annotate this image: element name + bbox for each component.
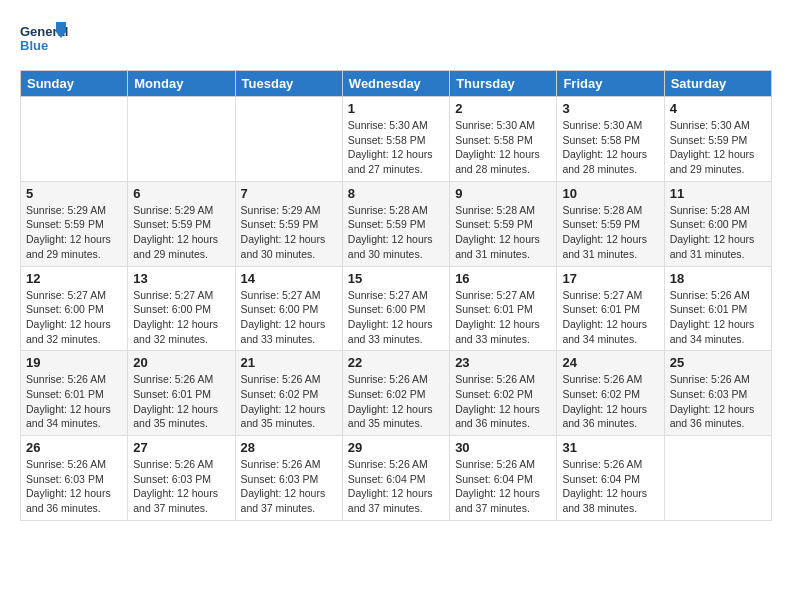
calendar-cell [128, 97, 235, 182]
day-info: Sunrise: 5:26 AMSunset: 6:01 PMDaylight:… [133, 372, 229, 431]
day-number: 1 [348, 101, 444, 116]
weekday-header-tuesday: Tuesday [235, 71, 342, 97]
weekday-header-monday: Monday [128, 71, 235, 97]
day-info: Sunrise: 5:26 AMSunset: 6:03 PMDaylight:… [670, 372, 766, 431]
day-info: Sunrise: 5:28 AMSunset: 5:59 PMDaylight:… [562, 203, 658, 262]
calendar-header: SundayMondayTuesdayWednesdayThursdayFrid… [21, 71, 772, 97]
weekday-header-saturday: Saturday [664, 71, 771, 97]
calendar-cell: 2Sunrise: 5:30 AMSunset: 5:58 PMDaylight… [450, 97, 557, 182]
calendar-cell: 14Sunrise: 5:27 AMSunset: 6:00 PMDayligh… [235, 266, 342, 351]
day-info: Sunrise: 5:26 AMSunset: 6:02 PMDaylight:… [241, 372, 337, 431]
day-number: 7 [241, 186, 337, 201]
calendar-cell: 11Sunrise: 5:28 AMSunset: 6:00 PMDayligh… [664, 181, 771, 266]
day-info: Sunrise: 5:28 AMSunset: 5:59 PMDaylight:… [348, 203, 444, 262]
day-number: 3 [562, 101, 658, 116]
calendar-cell: 23Sunrise: 5:26 AMSunset: 6:02 PMDayligh… [450, 351, 557, 436]
calendar-cell: 28Sunrise: 5:26 AMSunset: 6:03 PMDayligh… [235, 436, 342, 521]
calendar-cell: 30Sunrise: 5:26 AMSunset: 6:04 PMDayligh… [450, 436, 557, 521]
day-number: 15 [348, 271, 444, 286]
day-number: 24 [562, 355, 658, 370]
day-info: Sunrise: 5:29 AMSunset: 5:59 PMDaylight:… [133, 203, 229, 262]
calendar-week-row: 26Sunrise: 5:26 AMSunset: 6:03 PMDayligh… [21, 436, 772, 521]
day-info: Sunrise: 5:27 AMSunset: 6:01 PMDaylight:… [562, 288, 658, 347]
calendar-week-row: 1Sunrise: 5:30 AMSunset: 5:58 PMDaylight… [21, 97, 772, 182]
day-info: Sunrise: 5:28 AMSunset: 5:59 PMDaylight:… [455, 203, 551, 262]
calendar-cell: 18Sunrise: 5:26 AMSunset: 6:01 PMDayligh… [664, 266, 771, 351]
weekday-row: SundayMondayTuesdayWednesdayThursdayFrid… [21, 71, 772, 97]
day-number: 31 [562, 440, 658, 455]
weekday-header-thursday: Thursday [450, 71, 557, 97]
calendar-cell: 4Sunrise: 5:30 AMSunset: 5:59 PMDaylight… [664, 97, 771, 182]
calendar-cell: 9Sunrise: 5:28 AMSunset: 5:59 PMDaylight… [450, 181, 557, 266]
day-number: 14 [241, 271, 337, 286]
day-number: 20 [133, 355, 229, 370]
day-number: 26 [26, 440, 122, 455]
day-number: 6 [133, 186, 229, 201]
day-info: Sunrise: 5:30 AMSunset: 5:58 PMDaylight:… [348, 118, 444, 177]
calendar-cell: 19Sunrise: 5:26 AMSunset: 6:01 PMDayligh… [21, 351, 128, 436]
day-info: Sunrise: 5:26 AMSunset: 6:03 PMDaylight:… [241, 457, 337, 516]
day-number: 18 [670, 271, 766, 286]
day-info: Sunrise: 5:27 AMSunset: 6:00 PMDaylight:… [26, 288, 122, 347]
day-number: 16 [455, 271, 551, 286]
day-number: 9 [455, 186, 551, 201]
day-number: 10 [562, 186, 658, 201]
calendar-week-row: 5Sunrise: 5:29 AMSunset: 5:59 PMDaylight… [21, 181, 772, 266]
calendar-week-row: 19Sunrise: 5:26 AMSunset: 6:01 PMDayligh… [21, 351, 772, 436]
day-number: 27 [133, 440, 229, 455]
calendar-cell: 27Sunrise: 5:26 AMSunset: 6:03 PMDayligh… [128, 436, 235, 521]
weekday-header-wednesday: Wednesday [342, 71, 449, 97]
day-info: Sunrise: 5:26 AMSunset: 6:04 PMDaylight:… [562, 457, 658, 516]
day-info: Sunrise: 5:26 AMSunset: 6:02 PMDaylight:… [455, 372, 551, 431]
day-info: Sunrise: 5:30 AMSunset: 5:58 PMDaylight:… [455, 118, 551, 177]
day-info: Sunrise: 5:30 AMSunset: 5:59 PMDaylight:… [670, 118, 766, 177]
calendar-cell: 1Sunrise: 5:30 AMSunset: 5:58 PMDaylight… [342, 97, 449, 182]
day-number: 4 [670, 101, 766, 116]
day-number: 23 [455, 355, 551, 370]
calendar-cell: 29Sunrise: 5:26 AMSunset: 6:04 PMDayligh… [342, 436, 449, 521]
calendar-cell: 21Sunrise: 5:26 AMSunset: 6:02 PMDayligh… [235, 351, 342, 436]
calendar-cell: 6Sunrise: 5:29 AMSunset: 5:59 PMDaylight… [128, 181, 235, 266]
calendar-cell: 24Sunrise: 5:26 AMSunset: 6:02 PMDayligh… [557, 351, 664, 436]
day-number: 22 [348, 355, 444, 370]
day-number: 5 [26, 186, 122, 201]
day-info: Sunrise: 5:29 AMSunset: 5:59 PMDaylight:… [241, 203, 337, 262]
calendar-body: 1Sunrise: 5:30 AMSunset: 5:58 PMDaylight… [21, 97, 772, 521]
calendar-cell: 7Sunrise: 5:29 AMSunset: 5:59 PMDaylight… [235, 181, 342, 266]
day-number: 13 [133, 271, 229, 286]
day-info: Sunrise: 5:26 AMSunset: 6:01 PMDaylight:… [670, 288, 766, 347]
day-number: 11 [670, 186, 766, 201]
calendar-cell [235, 97, 342, 182]
calendar-cell [664, 436, 771, 521]
calendar-cell: 12Sunrise: 5:27 AMSunset: 6:00 PMDayligh… [21, 266, 128, 351]
day-info: Sunrise: 5:26 AMSunset: 6:02 PMDaylight:… [348, 372, 444, 431]
day-info: Sunrise: 5:28 AMSunset: 6:00 PMDaylight:… [670, 203, 766, 262]
day-info: Sunrise: 5:26 AMSunset: 6:03 PMDaylight:… [26, 457, 122, 516]
day-number: 30 [455, 440, 551, 455]
day-info: Sunrise: 5:27 AMSunset: 6:00 PMDaylight:… [348, 288, 444, 347]
calendar-cell: 16Sunrise: 5:27 AMSunset: 6:01 PMDayligh… [450, 266, 557, 351]
day-info: Sunrise: 5:27 AMSunset: 6:00 PMDaylight:… [133, 288, 229, 347]
day-info: Sunrise: 5:26 AMSunset: 6:04 PMDaylight:… [348, 457, 444, 516]
day-number: 12 [26, 271, 122, 286]
day-number: 29 [348, 440, 444, 455]
day-info: Sunrise: 5:30 AMSunset: 5:58 PMDaylight:… [562, 118, 658, 177]
day-info: Sunrise: 5:26 AMSunset: 6:04 PMDaylight:… [455, 457, 551, 516]
calendar-cell: 5Sunrise: 5:29 AMSunset: 5:59 PMDaylight… [21, 181, 128, 266]
calendar-cell: 15Sunrise: 5:27 AMSunset: 6:00 PMDayligh… [342, 266, 449, 351]
day-number: 21 [241, 355, 337, 370]
day-info: Sunrise: 5:26 AMSunset: 6:03 PMDaylight:… [133, 457, 229, 516]
logo-svg: General Blue [20, 20, 70, 62]
calendar-cell: 22Sunrise: 5:26 AMSunset: 6:02 PMDayligh… [342, 351, 449, 436]
day-info: Sunrise: 5:27 AMSunset: 6:00 PMDaylight:… [241, 288, 337, 347]
day-info: Sunrise: 5:29 AMSunset: 5:59 PMDaylight:… [26, 203, 122, 262]
calendar-cell: 26Sunrise: 5:26 AMSunset: 6:03 PMDayligh… [21, 436, 128, 521]
calendar-cell: 25Sunrise: 5:26 AMSunset: 6:03 PMDayligh… [664, 351, 771, 436]
svg-text:Blue: Blue [20, 38, 48, 53]
weekday-header-friday: Friday [557, 71, 664, 97]
day-number: 25 [670, 355, 766, 370]
day-number: 28 [241, 440, 337, 455]
day-number: 2 [455, 101, 551, 116]
calendar-cell: 20Sunrise: 5:26 AMSunset: 6:01 PMDayligh… [128, 351, 235, 436]
calendar-cell: 10Sunrise: 5:28 AMSunset: 5:59 PMDayligh… [557, 181, 664, 266]
